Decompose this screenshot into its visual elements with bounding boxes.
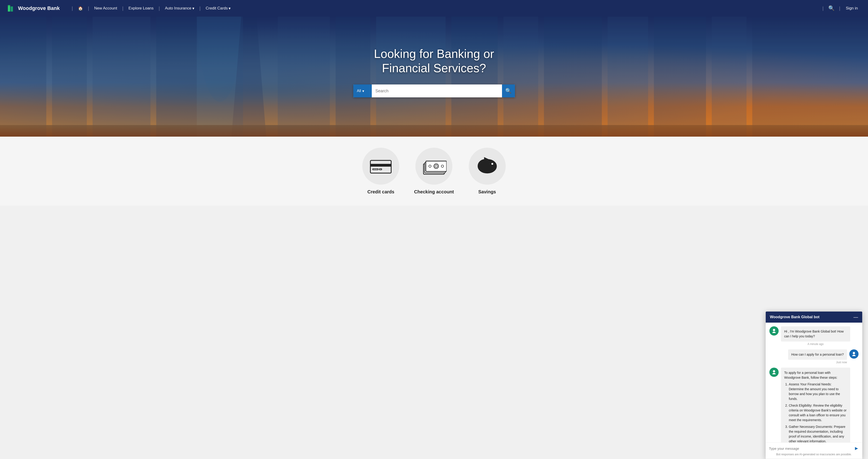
auto-insurance-dropdown-icon: ▾: [192, 6, 194, 11]
credit-cards-dropdown-icon: ▾: [228, 6, 231, 11]
service-credit-cards[interactable]: Credit cards: [362, 148, 399, 195]
svg-rect-21: [370, 160, 391, 173]
svg-rect-20: [0, 125, 868, 137]
search-bar: All ▾ 🔍: [353, 85, 515, 97]
search-category-dropdown[interactable]: All ▾: [353, 85, 372, 97]
brand-logo: [7, 4, 16, 12]
svg-rect-5: [93, 17, 151, 137]
svg-rect-6: [156, 17, 197, 137]
svg-rect-17: [654, 17, 706, 137]
nav-search-button[interactable]: 🔍: [827, 3, 836, 13]
svg-rect-18: [712, 17, 746, 137]
nav-divider-1: |: [88, 6, 89, 11]
search-button[interactable]: 🔍: [502, 85, 515, 97]
svg-rect-22: [370, 164, 391, 167]
svg-rect-24: [379, 169, 382, 170]
svg-rect-15: [544, 17, 602, 137]
dropdown-chevron-icon: ▾: [362, 89, 364, 93]
home-icon: 🏠: [78, 6, 83, 11]
nav-divider-3: |: [159, 6, 160, 11]
service-savings[interactable]: Savings: [469, 148, 506, 195]
nav-new-account[interactable]: New Account: [90, 4, 121, 12]
signin-link[interactable]: Sign in: [843, 4, 861, 12]
nav-explore-loans[interactable]: Explore Loans: [124, 4, 158, 12]
svg-rect-1: [11, 6, 13, 11]
svg-rect-3: [0, 17, 46, 137]
nav-credit-cards[interactable]: Credit Cards ▾: [202, 4, 235, 13]
svg-rect-2: [8, 5, 10, 6]
svg-rect-10: [278, 17, 330, 137]
nav-divider-4: |: [199, 6, 201, 11]
services-section: Credit cards Checking account: [0, 137, 868, 206]
nav-divider-2: |: [122, 6, 123, 11]
main-nav: | 🏠 | New Account | Explore Loans | Auto…: [71, 4, 822, 13]
hero-title: Looking for Banking or Financial Service…: [353, 46, 515, 75]
search-submit-icon: 🔍: [505, 88, 512, 94]
svg-rect-4: [52, 17, 87, 137]
search-input[interactable]: [372, 85, 502, 97]
navbar: Woodgrove Bank | 🏠 | New Account | Explo…: [0, 0, 868, 17]
nav-divider-6: |: [839, 6, 840, 11]
hero-section: Looking for Banking or Financial Service…: [0, 17, 868, 137]
credit-card-icon: [369, 158, 392, 174]
search-category-label: All: [357, 89, 361, 93]
nav-auto-insurance[interactable]: Auto Insurance ▾: [161, 4, 198, 13]
checking-account-label: Checking account: [414, 189, 454, 195]
checking-account-icon: [421, 157, 446, 175]
savings-icon-wrap: [469, 148, 506, 185]
brand-name: Woodgrove Bank: [18, 5, 60, 11]
nav-home[interactable]: 🏠: [74, 4, 87, 13]
checking-account-icon-wrap: [415, 148, 452, 185]
svg-rect-16: [608, 17, 648, 137]
svg-point-32: [491, 163, 493, 165]
credit-cards-icon-wrap: [362, 148, 399, 185]
nav-divider-0: |: [72, 6, 73, 11]
search-icon: 🔍: [828, 5, 835, 11]
svg-rect-23: [373, 169, 378, 170]
brand-logo-link[interactable]: Woodgrove Bank: [7, 4, 60, 12]
credit-cards-label: Credit cards: [367, 189, 394, 195]
nav-divider-5: |: [823, 6, 824, 11]
savings-icon: [476, 156, 499, 176]
svg-rect-19: [752, 17, 868, 137]
service-checking-account[interactable]: Checking account: [414, 148, 454, 195]
hero-content: Looking for Banking or Financial Service…: [353, 46, 515, 98]
savings-label: Savings: [478, 189, 496, 195]
nav-actions: | 🔍 | Sign in: [822, 3, 861, 13]
